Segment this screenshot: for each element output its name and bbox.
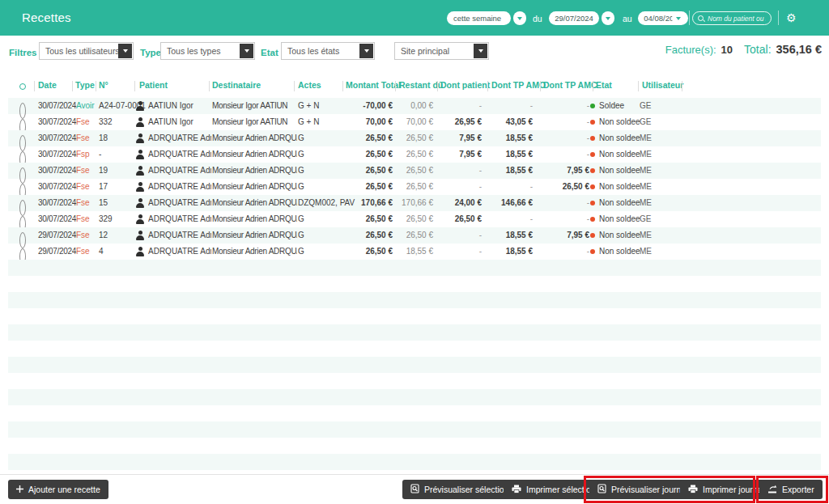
date-to-dropdown-button[interactable] <box>672 11 685 25</box>
table-row[interactable]: 30/07/2024Fse19ADRQUATRE AdrienMonsieur … <box>8 163 821 179</box>
column-header-dont-tp-amo[interactable]: Dont TP AMO <box>491 80 546 90</box>
table-row[interactable]: 30/07/2024Fsp-ADRQUATRE AdrienMonsieur A… <box>8 146 821 163</box>
site-filter-value: Site principal <box>401 46 449 56</box>
row-dont-tp-amo: - <box>474 98 533 114</box>
empty-row <box>8 308 821 324</box>
site-filter-dropdown[interactable]: Site principal <box>394 42 489 60</box>
chevron-down-icon <box>517 17 522 20</box>
totals-summary: Facture(s): 10 Total: 356,16 € <box>665 43 822 56</box>
dropdown-arrow-button[interactable] <box>240 44 253 58</box>
row-destinataire: Monsieur Adrien ADRQUATRE <box>212 163 297 179</box>
chevron-down-icon <box>676 17 681 20</box>
column-header-actes[interactable]: Actes <box>298 80 321 90</box>
patient-icon <box>135 214 145 224</box>
preview-icon <box>597 484 606 495</box>
empty-row <box>8 438 821 454</box>
patient-icon <box>135 133 145 143</box>
status-dot-non_soldee <box>590 201 595 205</box>
factures-label: Facture(s): <box>665 44 716 56</box>
button-label: Imprimer sélection <box>526 485 596 494</box>
date-from-dropdown-button[interactable] <box>602 11 614 25</box>
column-header-dont-patient[interactable]: Dont patient <box>440 80 490 90</box>
table-row[interactable]: 30/07/2024Fse15ADRQUATRE AdrienMonsieur … <box>8 195 821 211</box>
row-date: 29/07/2024 <box>38 244 76 260</box>
row-destinataire: Monsieur Adrien ADRQUATRE <box>212 179 297 195</box>
etat-filter-dropdown[interactable]: Tous les états <box>281 42 375 60</box>
dropdown-arrow-button[interactable] <box>474 44 487 58</box>
period-selector[interactable]: cette semaine <box>447 11 511 25</box>
column-header-utilisateur[interactable]: Utilisateur <box>642 80 683 90</box>
row-dont-tp-amc: 7,95 € <box>530 227 589 244</box>
status-dot-non_soldee <box>590 184 595 189</box>
users-filter-dropdown[interactable]: Tous les utilisateurs <box>39 42 134 60</box>
row-destinataire: Monsieur Igor AATIUN <box>212 98 297 114</box>
column-header-montant-total[interactable]: Montant Total <box>346 80 401 90</box>
row-dont-tp-amc: - <box>530 211 589 227</box>
table-row[interactable]: 30/07/2024Fse17ADRQUATRE AdrienMonsieur … <box>8 179 821 195</box>
column-header-patient[interactable]: Patient <box>139 80 168 90</box>
empty-row <box>8 373 821 389</box>
row-destinataire: Monsieur Adrien ADRQUATRE <box>212 227 297 244</box>
chevron-down-icon <box>606 17 610 20</box>
table-row[interactable]: 30/07/2024Fse329ADRQUATRE AdrienMonsieur… <box>8 211 821 227</box>
date-from-input[interactable]: 29/07/2024 <box>549 11 599 25</box>
row-number: 329 <box>99 211 113 227</box>
print-journal-button[interactable]: Imprimer journal <box>680 480 772 499</box>
column-header-n-[interactable]: N° <box>99 80 108 90</box>
patient-icon <box>135 182 145 192</box>
empty-row <box>8 260 821 276</box>
column-separator <box>682 81 682 91</box>
export-button[interactable]: Exporter <box>759 480 823 499</box>
row-number: 18 <box>99 130 108 146</box>
row-dont-tp-amc: - <box>530 146 589 163</box>
settings-gear-icon[interactable]: ⚙ <box>786 10 797 26</box>
button-label: Exporter <box>782 485 814 494</box>
patient-icon-head <box>138 182 142 186</box>
table-row[interactable]: 29/07/2024Fse4ADRQUATRE AdrienMonsieur A… <box>8 244 821 260</box>
empty-row <box>8 324 821 341</box>
column-header-destinataire[interactable]: Destinataire <box>212 80 261 90</box>
table-header: DateTypeN°PatientDestinataireActesMontan… <box>0 80 829 94</box>
empty-row <box>8 292 821 308</box>
column-separator <box>593 81 593 91</box>
preview-icon <box>410 484 419 495</box>
etat-filter-value: Tous les états <box>287 46 339 56</box>
dropdown-arrow-button[interactable] <box>359 44 373 58</box>
table-row[interactable]: 30/07/2024Fse18ADRQUATRE AdrienMonsieur … <box>8 130 821 146</box>
row-etat: Non soldee <box>599 244 640 260</box>
row-date: 30/07/2024 <box>38 179 76 195</box>
add-recette-button[interactable]: Ajouter une recette <box>8 480 108 499</box>
row-utilisateur: ME <box>640 227 652 244</box>
empty-row <box>8 454 821 470</box>
column-header-type[interactable]: Type <box>75 80 95 90</box>
date-from-value: 29/07/2024 <box>555 14 593 23</box>
chevron-down-icon <box>364 49 369 53</box>
patient-icon-body <box>136 155 144 159</box>
period-selector-dropdown-button[interactable] <box>513 11 526 25</box>
column-header-date[interactable]: Date <box>38 80 57 90</box>
column-separator <box>72 81 73 91</box>
patient-icon-body <box>136 106 144 111</box>
row-utilisateur: ME <box>640 195 652 211</box>
empty-row <box>8 389 821 405</box>
dropdown-arrow-button[interactable] <box>118 44 132 58</box>
row-date: 30/07/2024 <box>38 146 76 163</box>
row-dont-tp-amc: - <box>530 195 589 211</box>
row-patient: ADRQUATRE Adrien <box>148 163 211 179</box>
empty-row <box>8 357 821 373</box>
patient-icon-head <box>138 166 142 170</box>
type-filter-dropdown[interactable]: Tous les types <box>160 42 255 60</box>
column-header-dont-tp-amc[interactable]: Dont TP AMC <box>543 80 597 90</box>
row-utilisateur: ME <box>640 130 652 146</box>
status-dot-non_soldee <box>590 120 595 125</box>
column-header-etat[interactable]: Etat <box>596 80 612 90</box>
search-input[interactable]: Nom du patient ou montant <box>692 11 772 25</box>
patient-icon-head <box>138 214 142 218</box>
row-number: 15 <box>99 195 108 211</box>
add-recette-label: Ajouter une recette <box>28 485 100 494</box>
table-row[interactable]: 29/07/2024Fse12ADRQUATRE AdrienMonsieur … <box>8 227 821 244</box>
table-row[interactable]: 30/07/2024AvoirA24-07-0001AATIUN IgorMon… <box>8 98 821 114</box>
row-type: Fse <box>76 195 90 211</box>
table-row[interactable]: 30/07/2024Fse332AATIUN IgorMonsieur Igor… <box>8 114 821 130</box>
preview-selection-button[interactable]: Prévisualiser sélection <box>402 480 517 499</box>
